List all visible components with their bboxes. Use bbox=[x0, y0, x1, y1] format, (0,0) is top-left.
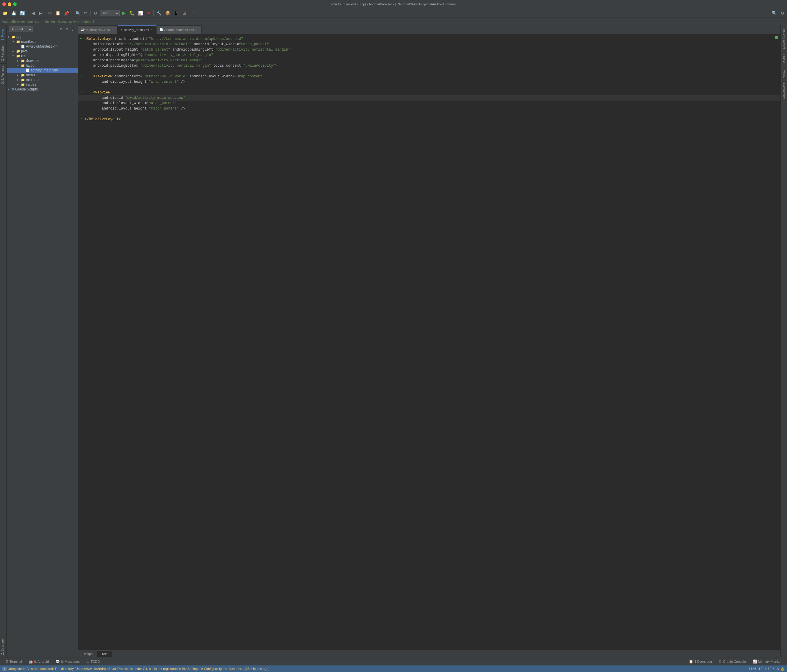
code-line-1: ▾ <RelativeLayout xmlns:android="http://… bbox=[78, 36, 781, 42]
settings-btn[interactable]: ⚙ bbox=[779, 9, 786, 17]
java-tab-icon: ☕ bbox=[81, 28, 85, 31]
tree-item-gradle-scripts[interactable]: ▸ ⚙ Gradle Scripts bbox=[6, 87, 78, 91]
android-icon: 🤖 bbox=[28, 659, 33, 664]
arrow-values: ▸ bbox=[17, 83, 21, 86]
maven-projects-tab[interactable]: Maven Projects bbox=[781, 26, 786, 52]
arrow-layout: ▾ bbox=[17, 64, 21, 67]
paste-btn[interactable]: 📌 bbox=[63, 9, 71, 17]
maximize-button[interactable] bbox=[13, 2, 17, 6]
traffic-lights bbox=[2, 2, 17, 6]
tree-item-activity-main[interactable]: 📄 activity_main.xml bbox=[6, 68, 78, 73]
gradle-sync-btn[interactable]: 🔧 bbox=[155, 9, 163, 17]
save-btn[interactable]: 💾 bbox=[10, 9, 18, 17]
sdk-btn[interactable]: 📦 bbox=[164, 9, 172, 17]
help-btn[interactable]: ? bbox=[191, 9, 198, 17]
tree-item-drawable[interactable]: ▸ 📁 drawable bbox=[6, 58, 78, 63]
profile-btn[interactable]: 📊 bbox=[137, 9, 145, 17]
avd-btn[interactable]: 📱 bbox=[172, 9, 180, 17]
status-encoding[interactable]: UTF-8 bbox=[765, 667, 774, 670]
breadcrumb-main[interactable]: main bbox=[42, 20, 49, 23]
todo-tab[interactable]: ☑ TODO bbox=[83, 659, 103, 664]
show-options-btn[interactable]: ⋮ bbox=[70, 27, 75, 32]
tree-label-values: values bbox=[26, 82, 36, 87]
search-everywhere-btn[interactable]: 🔍 bbox=[770, 9, 778, 17]
tab-androidmanifest-close[interactable]: × bbox=[195, 28, 198, 32]
code-line-12: android:id="@+id/activity_main_webview" bbox=[78, 95, 781, 101]
fold-16[interactable]: ▾ bbox=[81, 117, 85, 121]
preview-tab[interactable]: Preview bbox=[781, 65, 786, 80]
breadcrumb-androidbrowser[interactable]: AndroidBrowser bbox=[2, 20, 25, 23]
tab-mainactivity-close[interactable]: × bbox=[111, 28, 114, 32]
tree-item-androidmanifest[interactable]: 📄 AndroidManifest.xml bbox=[6, 44, 78, 49]
tree-item-app[interactable]: ▾ 📁 app bbox=[6, 35, 78, 39]
structure-tab[interactable]: Z: Structure bbox=[0, 637, 6, 657]
replace-btn[interactable]: ⇄ bbox=[82, 9, 89, 17]
code-line-11: ▾ <WebView bbox=[78, 90, 781, 95]
arrow-gradle-scripts: ▸ bbox=[8, 88, 11, 91]
open-folder-btn[interactable]: 📁 bbox=[1, 9, 9, 17]
terminal-tab[interactable]: ⊞ Terminal bbox=[2, 659, 25, 664]
android-tab[interactable]: 🤖 6: Android bbox=[25, 659, 52, 664]
structure-btn[interactable]: ⊞ bbox=[181, 9, 188, 17]
gradle-console-tab[interactable]: ⚙ Gradle Console bbox=[716, 659, 749, 664]
find-btn[interactable]: 🔍 bbox=[74, 9, 82, 17]
build-variants-tab[interactable]: Build Variants bbox=[0, 63, 6, 87]
sync-panel-btn[interactable]: ⚙ bbox=[58, 27, 64, 32]
messages-tab[interactable]: 💬 0: Messages bbox=[52, 659, 82, 664]
tree-item-values[interactable]: ▸ 📁 values bbox=[6, 82, 78, 87]
breadcrumb-layout[interactable]: layout bbox=[58, 20, 67, 23]
tree-item-java[interactable]: ▸ 📁 java bbox=[6, 49, 78, 54]
debug-btn[interactable]: 🐛 bbox=[128, 9, 136, 17]
tree-label-mipmap: mipmap bbox=[26, 78, 39, 82]
line-content-7 bbox=[85, 68, 778, 74]
xml-tab-icon: ✦ bbox=[120, 28, 123, 32]
forward-btn[interactable]: ▶ bbox=[37, 9, 43, 17]
tab-androidmanifest[interactable]: 📄 AndroidManifest.xml × bbox=[156, 25, 202, 34]
design-tab[interactable]: Design bbox=[78, 651, 97, 657]
breadcrumb-app[interactable]: app bbox=[27, 20, 33, 23]
tab-activity-main[interactable]: ✦ activity_main.xml × bbox=[118, 25, 156, 34]
collapse-all-btn[interactable]: ≡ bbox=[65, 27, 69, 32]
tree-item-res[interactable]: ▾ 📁 res bbox=[6, 54, 78, 58]
tree-label-layout: layout bbox=[26, 63, 35, 68]
run-btn[interactable]: ▶ bbox=[120, 9, 127, 17]
back-btn[interactable]: ◀ bbox=[30, 9, 36, 17]
editor-content[interactable]: ● ▾ <RelativeLayout xmlns:android="http:… bbox=[78, 34, 781, 649]
terminal-icon: ⊞ bbox=[5, 659, 8, 664]
breadcrumb-src[interactable]: src bbox=[35, 20, 40, 23]
terminal-label: Terminal bbox=[9, 660, 22, 663]
event-log-tab[interactable]: 📋 1 Event Log bbox=[686, 659, 715, 664]
memory-monitor-tab[interactable]: 📊 Memory Monitor bbox=[749, 659, 785, 664]
breadcrumb-file[interactable]: activity_main.xml bbox=[69, 20, 94, 23]
text-tab[interactable]: Text bbox=[97, 651, 112, 657]
favorites-panel-tab[interactable]: 2: Favorites bbox=[0, 43, 6, 63]
project-panel-tab[interactable]: 1: Project bbox=[0, 25, 6, 43]
app-selector[interactable]: app bbox=[100, 10, 120, 16]
line-content-1: <RelativeLayout xmlns:android="http://sc… bbox=[85, 36, 778, 42]
minimize-button[interactable] bbox=[8, 2, 11, 6]
status-bar: ℹ Unregistered Vcs root detected: The di… bbox=[0, 666, 787, 672]
tree-item-layout[interactable]: ▾ 📁 layout bbox=[6, 63, 78, 68]
memory-monitor-label: Memory Monitor bbox=[758, 660, 782, 663]
cut-btn[interactable]: ✂ bbox=[47, 9, 53, 17]
tab-activity-main-close[interactable]: × bbox=[150, 28, 153, 32]
commander-tab[interactable]: Commander bbox=[781, 80, 786, 102]
project-view-dropdown[interactable]: Android bbox=[9, 26, 33, 32]
sync-btn[interactable]: 🔄 bbox=[19, 9, 27, 17]
copy-btn[interactable]: 📋 bbox=[54, 9, 62, 17]
tree-item-menu[interactable]: ▸ 📁 menu bbox=[6, 73, 78, 77]
tree-item-mipmap[interactable]: ▸ 📁 mipmap bbox=[6, 77, 78, 82]
tree-item-manifests[interactable]: ▾ 📁 manifests bbox=[6, 39, 78, 44]
stop-btn[interactable]: ■ bbox=[145, 9, 152, 17]
line-content-12: android:id="@+id/activity_main_webview" bbox=[85, 95, 778, 101]
line-content-8: <TextView android:text="@string/hello_wo… bbox=[85, 74, 778, 79]
fold-8[interactable]: ▾ bbox=[81, 74, 85, 78]
tab-mainactivity[interactable]: ☕ MainActivity.java × bbox=[78, 25, 118, 34]
gradle-tab[interactable]: Gradle bbox=[781, 52, 786, 65]
run-config-btn[interactable]: ⚙ bbox=[92, 9, 99, 17]
breadcrumb-res[interactable]: res bbox=[51, 20, 56, 23]
status-line-ending[interactable]: LF bbox=[759, 667, 763, 670]
close-button[interactable] bbox=[2, 2, 6, 6]
status-bar-right: 14:48 LF UTF-8 ⇅ 🔒 bbox=[748, 667, 785, 671]
fold-11[interactable]: ▾ bbox=[81, 90, 85, 94]
